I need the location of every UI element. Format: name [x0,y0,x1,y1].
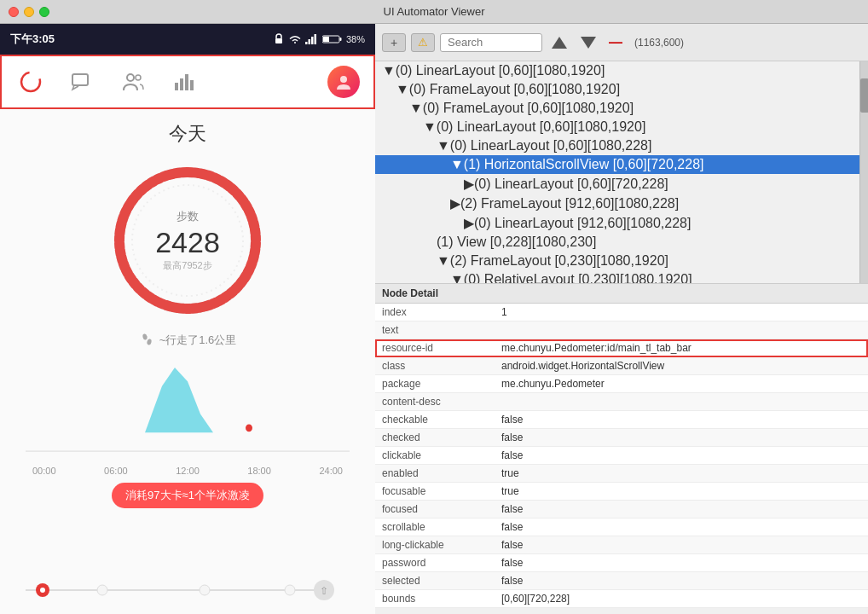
detail-value: false [495,447,868,465]
tree-item[interactable]: ▼(0) LinearLayout [0,60][1080,1920] [375,61,859,80]
svg-point-10 [127,74,134,81]
tree-item[interactable]: ▼(0) LinearLayout [0,60][1080,228] [375,136,859,155]
detail-key: text [375,321,495,339]
date-header: 今天 [169,121,206,147]
tree-item[interactable]: ▶(0) LinearLayout [912,60][1080,228] [375,213,859,233]
detail-row: bounds[0,60][720,228] [375,590,868,608]
svg-point-11 [136,75,141,80]
detail-key: clickable [375,447,495,465]
tree-item[interactable]: ▶(0) LinearLayout [0,60][720,228] [375,174,859,194]
detail-value [495,393,868,411]
navigate-up-button[interactable] [547,31,571,55]
svg-point-20 [142,333,148,340]
phone-status-bar: 下午3:05 [0,24,375,55]
svg-rect-9 [72,74,88,85]
maximize-button[interactable] [39,7,49,17]
detail-row: checkedfalse [375,429,868,447]
detail-value: android.widget.HorizontalScrollView [495,357,868,375]
detail-row: scrollablefalse [375,518,868,536]
tab-chat[interactable] [67,67,97,97]
walk-info: ~行走了1.6公里 [139,333,237,348]
detail-value: true [495,483,868,501]
right-panel: + ⚠ — (1163,600) ▼(0) Linear [375,24,868,614]
add-button[interactable]: + [382,33,406,52]
detail-row: enabledtrue [375,465,868,483]
detail-value: false [495,554,868,572]
phone-content: 今天 步数 2428 最高7952步 [0,109,375,614]
timeline-svg: ⇧ [17,573,341,607]
svg-marker-33 [552,37,567,49]
tree-item[interactable]: ▼(0) FrameLayout [0,60][1080,1920] [375,99,859,118]
svg-point-29 [200,585,210,595]
status-icons: 38% [273,33,365,45]
tab-friends[interactable] [118,67,148,97]
detail-key: enabled [375,465,495,483]
detail-key: checkable [375,411,495,429]
step-info: 步数 2428 最高7952步 [155,209,220,272]
svg-marker-34 [581,37,596,49]
dash-separator: — [609,35,622,50]
chart-label-2: 12:00 [176,466,200,476]
svg-rect-7 [339,38,341,41]
svg-rect-6 [323,37,329,42]
detail-value: [0,60][720,228] [495,590,868,608]
node-detail-header: Node Detail [375,284,868,304]
search-input[interactable] [440,33,542,52]
battery-percent: 38% [346,34,365,44]
chart-label-0: 00:00 [32,466,56,476]
svg-point-30 [285,585,295,595]
tree-item-selected[interactable]: ▼(1) HorizontalScrollView [0,60][720,228… [375,155,859,174]
main-content: 下午3:05 [0,24,868,614]
tree-item[interactable]: ▼(0) LinearLayout [0,60][1080,1920] [375,118,859,136]
tree-container: ▼(0) LinearLayout [0,60][1080,1920] ▼(0)… [375,61,868,283]
detail-row: checkablefalse [375,411,868,429]
detail-value: true [495,465,868,483]
detail-key: resource-id [375,339,495,357]
navigate-down-button[interactable] [576,31,600,55]
detail-value: me.chunyu.Pedometer [495,375,868,393]
svg-rect-3 [311,37,314,44]
svg-text:⇧: ⇧ [320,585,328,597]
phone-panel: 下午3:05 [0,24,375,614]
detail-value [495,321,868,339]
detail-row: selectedfalse [375,572,868,590]
status-time: 下午3:05 [10,32,55,47]
warning-button[interactable]: ⚠ [411,33,435,52]
svg-point-8 [21,72,40,91]
tree-content: ▼(0) LinearLayout [0,60][1080,1920] ▼(0)… [375,61,859,283]
chart-labels: 00:00 06:00 12:00 18:00 24:00 [26,466,350,476]
chart-area [26,358,350,460]
tree-scrollbar-thumb[interactable] [860,78,868,113]
detail-value: me.chunyu.Pedometer:id/main_tl_tab_bar [495,339,868,357]
phone-tab-bar [0,55,375,109]
detail-row: passwordfalse [375,554,868,572]
tree-item[interactable]: ▼(0) FrameLayout [0,60][1080,1920] [375,80,859,99]
svg-point-21 [146,339,152,345]
detail-row: resource-idme.chunyu.Pedometer:id/main_t… [375,339,868,357]
svg-rect-0 [275,38,282,43]
tree-item[interactable]: (1) View [0,228][1080,230] [375,233,859,252]
detail-value: false [495,536,868,554]
close-button[interactable] [9,7,19,17]
svg-point-16 [340,76,347,83]
minimize-button[interactable] [24,7,34,17]
wifi-icon [288,34,302,44]
user-avatar[interactable] [327,66,360,98]
tree-item[interactable]: ▼(2) FrameLayout [0,230][1080,1920] [375,252,859,270]
step-max: 最高7952步 [155,259,220,272]
detail-key: checked [375,429,495,447]
tree-item[interactable]: ▼(0) RelativeLayout [0,230][1080,1920] [375,270,859,283]
tab-stats[interactable] [169,67,200,97]
detail-value: false [495,429,868,447]
tab-steps[interactable] [15,67,46,97]
step-count: 2428 [155,226,220,259]
lock-icon [273,33,285,45]
detail-key: scrollable [375,518,495,536]
detail-row: classandroid.widget.HorizontalScrollView [375,357,868,375]
tree-scrollbar[interactable] [859,61,868,283]
title-bar: UI Automator Viewer [0,0,868,24]
detail-value: false [495,518,868,536]
tree-item[interactable]: ▶(2) FrameLayout [912,60][1080,228] [375,194,859,213]
activity-chart [26,358,350,460]
coords-label: (1163,600) [634,37,684,49]
